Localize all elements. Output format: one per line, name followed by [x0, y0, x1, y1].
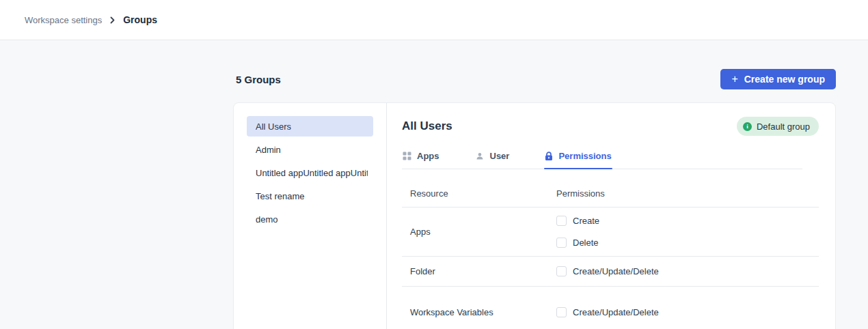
group-item-admin[interactable]: Admin: [247, 139, 373, 160]
groups-card: All Users Admin Untitled appUntitled app…: [233, 102, 836, 329]
resource-name: Apps: [410, 227, 556, 237]
table-row-workspace-variables: Workspace Variables Create/Update/Delete: [402, 287, 819, 327]
tab-permissions-label: Permissions: [558, 151, 611, 161]
group-item-label: Admin: [256, 145, 281, 155]
group-detail-panel: All Users i Default group: [387, 103, 835, 329]
group-item-all-users[interactable]: All Users: [247, 116, 373, 137]
group-list: All Users Admin Untitled appUntitled app…: [234, 103, 387, 329]
tab-permissions[interactable]: Permissions: [544, 147, 612, 169]
create-new-group-button[interactable]: + Create new group: [720, 69, 836, 89]
tab-user[interactable]: User: [474, 147, 511, 169]
user-icon: [475, 152, 485, 160]
permissions-cell: Create Delete: [556, 216, 599, 248]
resource-name: Folder: [410, 266, 556, 276]
chevron-right-icon: [109, 16, 116, 24]
info-icon: i: [743, 122, 752, 131]
resource-name: Workspace Variables: [410, 307, 556, 317]
group-item-label: Untitled appUntitled appUntitle…: [256, 168, 368, 178]
permission-option-create[interactable]: Create: [556, 216, 599, 226]
main-content: 5 Groups + Create new group All Users Ad…: [233, 69, 836, 329]
group-title: All Users: [402, 119, 452, 133]
column-header-resource: Resource: [410, 188, 556, 199]
breadcrumb-groups: Groups: [123, 14, 157, 25]
permissions-table: Resource Permissions Apps Create Delete: [402, 169, 819, 327]
checkbox-label: Create: [573, 216, 599, 226]
checkbox-label: Delete: [573, 238, 599, 248]
tab-apps[interactable]: Apps: [402, 147, 440, 169]
group-item-demo[interactable]: demo: [247, 209, 373, 229]
default-group-badge-label: Default group: [757, 121, 810, 132]
permission-option-create-update-delete[interactable]: Create/Update/Delete: [556, 307, 659, 317]
delete-checkbox[interactable]: [556, 238, 567, 248]
detail-tabs: Apps User: [402, 147, 802, 169]
plus-icon: +: [731, 74, 737, 85]
active-tab-underline: [544, 168, 612, 169]
group-item-label: demo: [256, 214, 278, 225]
permissions-table-header: Resource Permissions: [402, 169, 819, 208]
top-bar: Workspace settings Groups: [0, 0, 868, 40]
breadcrumb-workspace-settings[interactable]: Workspace settings: [25, 15, 102, 25]
checkbox-label: Create/Update/Delete: [573, 266, 659, 276]
lock-icon: [545, 152, 553, 161]
create-checkbox[interactable]: [556, 216, 567, 226]
permissions-cell: Create/Update/Delete: [556, 307, 659, 317]
grid-icon: [403, 152, 411, 160]
group-item-label: All Users: [256, 121, 291, 132]
permission-option-delete[interactable]: Delete: [556, 238, 599, 248]
column-header-permissions: Permissions: [556, 188, 605, 199]
tab-user-label: User: [490, 151, 510, 161]
group-item-test-rename[interactable]: Test rename: [247, 186, 373, 206]
groups-count: 5 Groups: [233, 74, 281, 85]
table-row-apps: Apps Create Delete: [402, 208, 819, 257]
checkbox-label: Create/Update/Delete: [573, 307, 659, 317]
create-new-group-label: Create new group: [744, 74, 825, 85]
default-group-badge: i Default group: [737, 117, 819, 136]
table-row-folder: Folder Create/Update/Delete: [402, 257, 819, 287]
permission-option-create-update-delete[interactable]: Create/Update/Delete: [556, 266, 659, 276]
group-item-label: Test rename: [256, 191, 305, 201]
tab-apps-label: Apps: [417, 151, 439, 161]
create-update-delete-checkbox[interactable]: [556, 266, 567, 276]
create-update-delete-checkbox[interactable]: [556, 307, 567, 317]
group-item-untitled-app[interactable]: Untitled appUntitled appUntitle…: [247, 162, 373, 183]
groups-toolbar: 5 Groups + Create new group: [233, 69, 836, 89]
group-detail-header: All Users i Default group: [402, 117, 819, 136]
permissions-cell: Create/Update/Delete: [556, 266, 659, 276]
